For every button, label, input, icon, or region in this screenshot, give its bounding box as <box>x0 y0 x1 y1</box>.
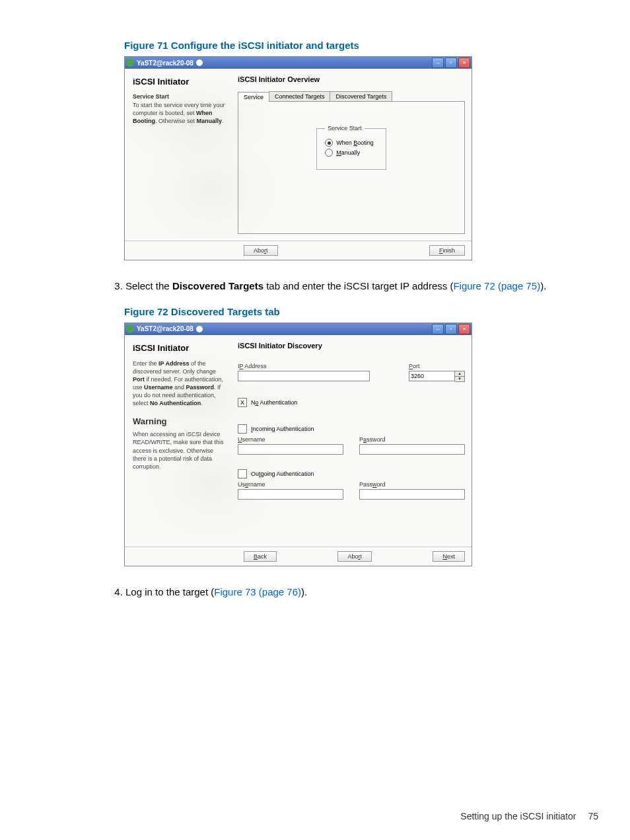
dialog-buttons: Abort Finish <box>125 241 472 260</box>
help-text-1: Enter the IP Address of the discovered s… <box>133 360 228 408</box>
fieldset-legend: Service Start <box>325 125 365 132</box>
app-icon <box>126 59 134 67</box>
link-figure-73[interactable]: Figure 73 (page 76) <box>214 586 301 597</box>
radio-label: Manually <box>336 149 360 156</box>
outgoing-password-input[interactable] <box>359 489 465 500</box>
maximize-button[interactable]: ▫ <box>445 57 457 68</box>
titlebar: YaST2@rack20-08 – ▫ × <box>125 323 472 335</box>
service-start-fieldset: Service Start When Booting Manually <box>316 128 386 170</box>
port-spinbox[interactable]: ▲ ▼ <box>409 371 465 382</box>
sticky-icon <box>196 59 203 66</box>
outgoing-auth-checkbox[interactable]: Outgoing Authentication <box>238 469 465 478</box>
figure-72-caption: Figure 72 Discovered Targets tab <box>124 306 598 317</box>
tabs: Service Connected Targets Discovered Tar… <box>238 91 465 102</box>
incoming-auth-checkbox[interactable]: Incoming Authentication <box>238 424 465 434</box>
abort-button[interactable]: Abort <box>244 245 278 256</box>
no-authentication-checkbox[interactable]: X No Authentication <box>238 398 465 407</box>
checkbox-label: Outgoing Authentication <box>251 471 314 477</box>
password-label: Password <box>359 436 465 443</box>
screenshot-figure-72: YaST2@rack20-08 – ▫ × iSCSI Initiator En… <box>124 323 472 566</box>
tab-discovered-targets[interactable]: Discovered Targets <box>330 91 392 101</box>
minimize-button[interactable]: – <box>432 324 444 334</box>
incoming-password-input[interactable] <box>359 444 465 455</box>
help-text-2: When accessing an iSCSI device READ/WRIT… <box>133 430 228 471</box>
checkbox-label: Incoming Authentication <box>251 426 314 432</box>
spin-up-icon[interactable]: ▲ <box>455 371 464 377</box>
panel-title: iSCSI Initiator Overview <box>238 75 465 83</box>
window-controls: – ▫ × <box>432 57 470 68</box>
abort-button[interactable]: Abort <box>337 551 372 562</box>
radio-label: When Booting <box>336 139 374 146</box>
tab-content: Service Start When Booting Manually <box>238 102 465 234</box>
tab-service[interactable]: Service <box>238 92 269 102</box>
radio-icon <box>325 139 333 147</box>
password-label: Password <box>359 481 465 488</box>
checkbox-icon <box>238 469 247 478</box>
incoming-auth-group: Incoming Authentication Username Passwor… <box>238 424 465 455</box>
spin-down-icon[interactable]: ▼ <box>455 377 464 381</box>
maximize-button[interactable]: ▫ <box>445 324 457 334</box>
titlebar: YaST2@rack20-08 – ▫ × <box>125 57 472 69</box>
help-sub: Service Start <box>133 93 228 100</box>
username-label: Username <box>238 481 343 488</box>
outgoing-username-input[interactable] <box>238 489 343 500</box>
finish-button[interactable]: Finish <box>429 245 465 256</box>
close-button[interactable]: × <box>458 324 470 334</box>
back-button[interactable]: Back <box>244 551 277 562</box>
sticky-icon <box>196 326 203 332</box>
figure-71-caption: Figure 71 Configure the iSCSI initiator … <box>124 40 598 51</box>
panel-title: iSCSI Initiator Discovery <box>238 342 465 350</box>
window-title: YaST2@rack20-08 <box>137 325 193 332</box>
port-label: Port <box>409 363 465 369</box>
step-4: Log in to the target (Figure 73 (page 76… <box>125 585 598 600</box>
window-title: YaST2@rack20-08 <box>137 59 193 67</box>
help-pane: iSCSI Initiator Service Start To start t… <box>125 69 234 241</box>
port-input[interactable] <box>409 371 455 381</box>
help-text: To start the service every time your com… <box>133 101 228 125</box>
window-controls: – ▫ × <box>432 324 470 334</box>
minimize-button[interactable]: – <box>432 57 444 68</box>
ip-address-input[interactable] <box>238 371 370 381</box>
username-label: Username <box>238 436 343 443</box>
close-button[interactable]: × <box>458 57 470 68</box>
help-pane: iSCSI Initiator Enter the IP Address of … <box>125 335 234 547</box>
tab-connected-targets[interactable]: Connected Targets <box>269 91 330 101</box>
dialog-buttons: Back Abort Next <box>125 547 472 566</box>
warning-heading: Warning <box>133 416 228 426</box>
app-icon <box>126 325 134 333</box>
help-title: iSCSI Initiator <box>133 77 228 87</box>
radio-icon <box>325 149 333 157</box>
outgoing-auth-group: Outgoing Authentication Username Passwor… <box>238 469 465 500</box>
screenshot-figure-71: YaST2@rack20-08 – ▫ × iSCSI Initiator Se… <box>124 56 472 260</box>
step-3: Select the Discovered Targets tab and en… <box>125 279 598 294</box>
checkbox-label: No Authentication <box>251 399 298 406</box>
checkbox-icon <box>238 424 247 434</box>
page-footer: Setting up the iSCSI initiator75 <box>460 811 598 821</box>
help-title: iSCSI Initiator <box>133 343 228 353</box>
next-button[interactable]: Next <box>433 551 465 562</box>
radio-when-booting[interactable]: When Booting <box>325 139 374 147</box>
ip-address-label: IP Address <box>238 363 398 369</box>
checkbox-icon: X <box>238 398 247 407</box>
radio-manually[interactable]: Manually <box>325 149 374 157</box>
incoming-username-input[interactable] <box>238 444 343 455</box>
link-figure-72[interactable]: Figure 72 (page 75) <box>453 280 540 291</box>
